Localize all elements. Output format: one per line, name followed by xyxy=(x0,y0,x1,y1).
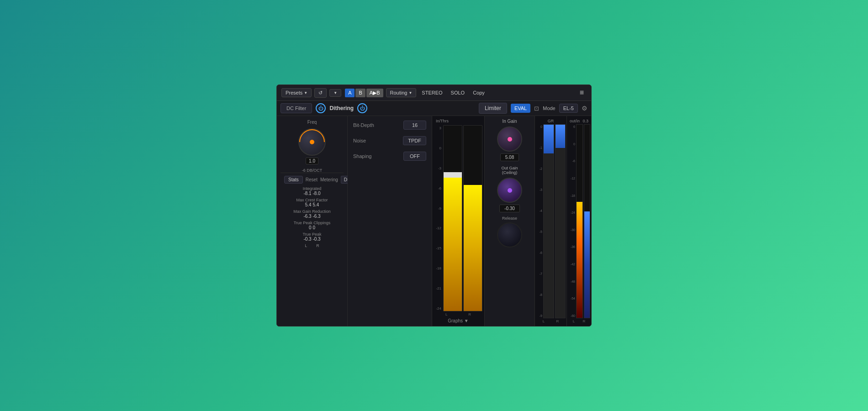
in-gain-knob[interactable] xyxy=(497,126,522,152)
menu-icon[interactable]: ≡ xyxy=(577,88,587,98)
outin-r-label: R xyxy=(583,319,586,323)
reset-icon: ↺ xyxy=(318,90,323,96)
bit-depth-label: Bit-Depth xyxy=(353,122,374,128)
gr-fill-r xyxy=(556,125,566,148)
bit-depth-value[interactable]: 16 xyxy=(403,121,426,130)
lr-labels: L R xyxy=(284,243,340,248)
meter-scale-container: 3 0 -3 -6 -9 -12 -15 -18 -21 -24 xyxy=(434,125,482,311)
dropdown-arrow-icon: ▼ xyxy=(333,91,337,95)
gr-bar-r xyxy=(555,124,566,318)
gear-button[interactable]: ⚙ xyxy=(582,105,587,112)
section-row: DC Filter ⏻ Dithering ⏻ Limiter EVAL ⊡ M… xyxy=(277,101,591,116)
true-peak-clip-values: 0 0 xyxy=(309,225,315,230)
presets-button[interactable]: Presets ▼ xyxy=(281,88,312,97)
solo-label: SOLO xyxy=(448,89,468,97)
graphs-button[interactable]: Graphs ▼ xyxy=(434,317,482,324)
max-crest-values: 5.4 5.4 xyxy=(305,202,319,207)
bit-depth-row: Bit-Depth 16 xyxy=(353,121,426,130)
stereo-label: STEREO xyxy=(419,89,445,97)
gr-panel: GR 0 -1 -2 -3 -4 -5 -6 -7 -8 -9 xyxy=(535,116,567,326)
in-gain-value: 5.08 xyxy=(500,153,519,161)
metering-label: Metering xyxy=(320,177,338,182)
presets-label: Presets xyxy=(286,90,302,95)
dropdown-button[interactable]: ▼ xyxy=(329,89,341,97)
freq-knob-value: 1.0 xyxy=(306,158,318,164)
mode-value[interactable]: EL-5 xyxy=(559,104,578,113)
meter-fill-r xyxy=(464,185,482,311)
gr-bars xyxy=(543,124,566,318)
dithering-panel: Bit-Depth 16 Noise TPDF Shaping OFF xyxy=(348,116,432,326)
eval-button[interactable]: EVAL xyxy=(511,104,530,113)
meter-bar-l xyxy=(443,125,462,311)
gain-panel: In Gain 5.08 Out Gain (Ceiling) -0.30 Re… xyxy=(485,116,535,326)
outin-scale-row: 6 0 -6 -12 -18 -24 -30 -36 -42 -48 -54 -… xyxy=(568,124,590,318)
mode-label: Mode xyxy=(543,105,556,111)
meter-scale: 3 0 -3 -6 -9 -12 -15 -18 -21 -24 xyxy=(434,125,441,311)
top-bar: Presets ▼ ↺ ▼ A B A▶B Routing ▼ STEREO S… xyxy=(277,85,591,101)
outin-header: out/in 0.3 xyxy=(568,118,590,124)
routing-arrow-icon: ▼ xyxy=(408,91,412,95)
shaping-value[interactable]: OFF xyxy=(403,152,426,161)
max-gain-values: -6.3 -6.3 xyxy=(303,214,320,219)
freq-knob[interactable] xyxy=(298,128,326,156)
outin-fill-warm xyxy=(577,202,582,318)
shaping-row: Shaping OFF xyxy=(353,152,426,161)
outin-label: out/in xyxy=(570,119,580,123)
out-gain-label: Out Gain (Ceiling) xyxy=(501,166,518,175)
presets-arrow-icon: ▼ xyxy=(304,91,307,95)
noise-row: Noise TPDF xyxy=(353,136,426,145)
meter-r-label: R xyxy=(468,312,471,316)
freq-label: Freq xyxy=(281,120,344,125)
gr-header: GR xyxy=(536,118,566,124)
true-peak-values: -0.3 -0.3 xyxy=(303,237,320,242)
outin-bars xyxy=(576,124,590,318)
outin-fill-blue xyxy=(584,211,590,318)
shaping-label: Shaping xyxy=(353,153,371,159)
freq-knob-container: 1.0 xyxy=(281,128,344,164)
meter-lr: L R xyxy=(434,311,482,317)
max-crest-stat: Max Crest Factor 5.4 5.4 xyxy=(284,198,340,207)
release-label: Release xyxy=(502,216,517,221)
in-thrs-panel: In/Thrs 3 0 -3 -6 -9 -12 -15 -18 -21 -24 xyxy=(432,116,485,326)
limiter-reset-icon[interactable]: ⊡ xyxy=(534,105,539,112)
gr-lr: L R xyxy=(536,318,566,324)
noise-label: Noise xyxy=(353,138,366,143)
b-button[interactable]: B xyxy=(355,89,365,97)
stats-tab[interactable]: Stats xyxy=(284,176,303,184)
release-knob[interactable] xyxy=(497,222,522,248)
in-thrs-label: In/Thrs xyxy=(436,119,449,123)
outin-l-label: L xyxy=(573,319,575,323)
copy-label: Copy xyxy=(470,89,487,97)
true-peak-clip-label: True Peak Clippings xyxy=(294,221,331,225)
outin-bar-main xyxy=(576,124,583,318)
meter-l-label: L xyxy=(445,312,447,316)
dithering-power-button[interactable]: ⏻ xyxy=(357,103,367,113)
outin-scale: 6 0 -6 -12 -18 -24 -30 -36 -42 -48 -54 -… xyxy=(568,124,575,318)
out-gain-value: -0.30 xyxy=(499,205,520,212)
ab-button[interactable]: A▶B xyxy=(366,89,383,97)
routing-button[interactable]: Routing ▼ xyxy=(386,88,417,97)
outin-value: 0.3 xyxy=(582,119,588,123)
stats-header: Stats Reset Metering DBFS TP xyxy=(284,176,340,184)
meter-header: In/Thrs xyxy=(434,118,482,124)
out-gain-knob[interactable] xyxy=(497,178,522,203)
routing-label: Routing xyxy=(390,90,408,95)
gr-r-label: R xyxy=(556,319,559,323)
dc-filter-power-button[interactable]: ⏻ xyxy=(316,103,326,113)
r-label: R xyxy=(316,243,319,248)
stats-reset-button[interactable]: Reset xyxy=(306,177,318,182)
max-gain-stat: Max Gain Reduction -6.3 -6.3 xyxy=(284,209,340,219)
a-button[interactable]: A xyxy=(345,89,355,97)
in-gain-knob-dot xyxy=(508,137,512,142)
limiter-tab[interactable]: Limiter xyxy=(479,103,507,114)
integrated-label: Integrated xyxy=(303,186,322,191)
main-content: Freq 1.0 -6 DB/OCT Stats Reset Metering … xyxy=(277,116,591,326)
outin-panel: out/in 0.3 6 0 -6 -12 -18 -24 -30 -36 -4… xyxy=(567,116,591,326)
reset-button[interactable]: ↺ xyxy=(314,88,327,98)
meter-fill-l xyxy=(444,178,462,311)
integrated-values: -8.1 -8.0 xyxy=(303,191,320,196)
max-gain-label: Max Gain Reduction xyxy=(293,209,331,214)
filter-type-label: -6 DB/OCT xyxy=(281,168,344,173)
dc-filter-tab[interactable]: DC Filter xyxy=(281,103,312,113)
noise-value[interactable]: TPDF xyxy=(403,136,426,145)
